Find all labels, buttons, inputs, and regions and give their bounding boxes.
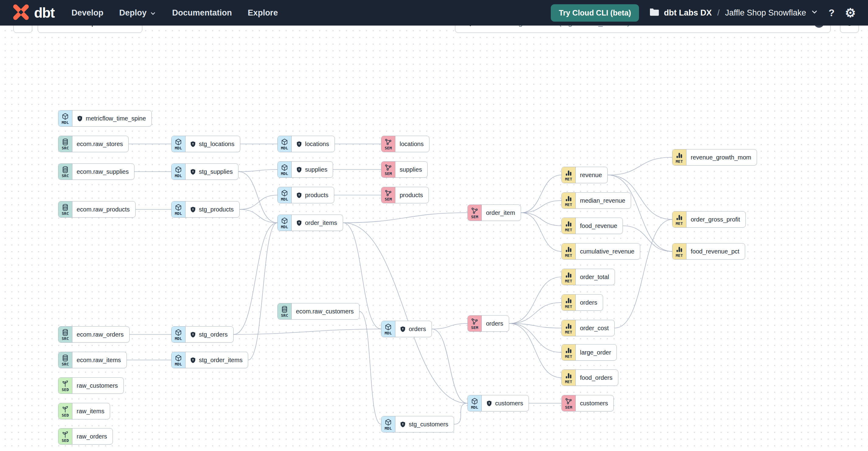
brand-name: dbt [34,5,55,21]
node-met_food_orders[interactable]: METfood_orders [561,369,618,386]
node-mdl_order_items[interactable]: MDLorder_items [277,214,343,231]
node-sed_raw_items[interactable]: SEDraw_items [58,403,110,419]
node-type-badge-semantic-graph-icon: SEM [381,136,395,152]
node-type-badge-bar-chart-icon: MET [562,218,576,234]
nav-item-explore[interactable]: Explore [248,8,278,18]
node-mdl_stg_order_items[interactable]: MDLstg_order_items [171,352,248,368]
node-type-badge-bar-chart-icon: MET [673,243,686,259]
node-mdl_orders[interactable]: MDLorders [381,321,432,337]
node-sem_customers[interactable]: SEMcustomers [561,395,614,412]
node-met_food_revenue[interactable]: METfood_revenue [561,218,623,234]
node-type-badge-seedling-icon: SED [58,378,72,393]
node-met_food_revenue_pct[interactable]: METfood_revenue_pct [672,243,745,260]
shield-lock-icon [76,115,83,122]
node-sed_raw_customers[interactable]: SEDraw_customers [58,378,124,394]
node-mdl_stg_products[interactable]: MDLstg_products [171,201,240,218]
help-icon[interactable]: ? [829,8,835,18]
settings-gear-icon[interactable]: ⚙ [845,7,856,19]
node-label: locations [292,136,335,152]
node-sem_orders[interactable]: SEMorders [467,315,509,332]
node-label: products [395,187,429,203]
nav-item-develop[interactable]: Develop [71,8,103,18]
node-src_ecom_raw_items[interactable]: SRCecom.raw_items [58,352,127,368]
node-label: supplies [292,161,333,177]
nav-item-deploy[interactable]: Deploy [119,8,156,18]
node-mdl_stg_supplies[interactable]: MDLstg_supplies [171,163,239,180]
node-label: ecom.raw_orders [72,327,129,342]
shield-lock-icon [190,357,196,363]
project-breadcrumb[interactable]: dbt Labs DX / Jaffle Shop Snowflake [649,7,818,19]
shield-lock-icon [486,400,492,407]
node-mdl_stg_orders[interactable]: MDLstg_orders [171,326,234,343]
node-sem_products[interactable]: SEMproducts [381,187,429,203]
node-label: supplies [395,161,427,177]
node-mdl_metricflow_time_spine[interactable]: MDLmetricflow_time_spine [58,110,152,127]
node-mdl_stg_locations[interactable]: MDLstg_locations [171,136,240,152]
node-met_order_cost[interactable]: METorder_cost [561,320,615,336]
node-met_large_order[interactable]: METlarge_order [561,344,617,361]
node-label: revenue [576,167,607,183]
node-label: food_revenue_pct [686,243,745,259]
node-type-badge-bar-chart-icon: MET [562,243,576,259]
node-label: revenue_growth_mom [686,149,757,165]
node-type-badge-cube-icon: MDL [381,321,395,337]
node-mdl_products[interactable]: MDLproducts [277,187,334,203]
lineage-edges [0,26,868,451]
node-type-badge-bar-chart-icon: MET [562,370,576,386]
breadcrumb-separator: / [716,8,721,18]
node-label: order_item [482,205,521,221]
shield-lock-icon [296,192,302,199]
node-sem_supplies[interactable]: SEMsupplies [381,161,428,178]
node-label: raw_items [72,403,110,419]
node-type-badge-cube-icon: MDL [172,352,186,368]
node-type-badge-bar-chart-icon: MET [673,211,686,227]
shield-lock-icon [190,206,196,213]
node-mdl_customers[interactable]: MDLcustomers [467,395,529,412]
shield-lock-icon [296,220,302,226]
node-sed_raw_orders[interactable]: SEDraw_orders [58,428,113,445]
node-label: cumulative_revenue [576,243,640,259]
node-mdl_stg_customers[interactable]: MDLstg_customers [381,416,454,432]
node-met_median_revenue[interactable]: METmedian_revenue [561,192,631,209]
node-label: ecom.raw_items [72,352,126,368]
node-met_revenue_growth_mom[interactable]: METrevenue_growth_mom [672,149,757,166]
node-met_revenue[interactable]: METrevenue [561,167,608,183]
dbt-logo-mark-icon [12,3,30,22]
node-sem_order_item[interactable]: SEMorder_item [467,205,521,221]
node-src_ecom_raw_supplies[interactable]: SRCecom.raw_supplies [58,163,134,180]
node-type-badge-bar-chart-icon: MET [673,149,686,165]
node-sem_locations[interactable]: SEMlocations [381,136,429,152]
node-src_ecom_raw_orders[interactable]: SRCecom.raw_orders [58,326,130,343]
node-label: customers [576,395,614,411]
shield-lock-icon [400,421,406,427]
node-met_cumulative_revenue[interactable]: METcumulative_revenue [561,243,640,260]
nav-item-documentation[interactable]: Documentation [172,8,232,18]
node-type-badge-cube-icon: MDL [172,202,186,217]
node-src_ecom_raw_stores[interactable]: SRCecom.raw_stores [58,136,129,152]
node-type-badge-cube-icon: MDL [278,136,292,152]
node-label: stg_products [186,202,239,217]
dbt-logo[interactable]: dbt [12,3,55,22]
node-mdl_supplies[interactable]: MDLsupplies [277,161,333,178]
node-type-badge-database-icon: SRC [58,136,72,152]
node-src_ecom_raw_customers[interactable]: SRCecom.raw_customers [277,303,360,320]
node-label: food_orders [576,370,618,386]
node-label: products [292,187,334,203]
lineage-canvas[interactable]: MDLmetricflow_time_spineSRCecom.raw_stor… [0,26,868,451]
node-src_ecom_raw_products[interactable]: SRCecom.raw_products [58,201,136,218]
node-met_order_total[interactable]: METorder_total [561,269,615,285]
project-name: Jaffle Shop Snowflake [725,8,806,18]
node-type-badge-semantic-graph-icon: SEM [468,205,482,221]
node-type-badge-cube-icon: MDL [58,111,72,126]
node-label: customers [482,395,529,411]
node-type-badge-cube-icon: MDL [381,416,395,432]
try-cloud-cli-button[interactable]: Try Cloud CLI (beta) [551,4,639,22]
node-met_order_gross_profit[interactable]: METorder_gross_profit [672,211,746,228]
node-type-badge-bar-chart-icon: MET [562,269,576,285]
node-met_orders[interactable]: METorders [561,294,603,311]
folder-icon [649,7,660,19]
node-label: orders [482,315,509,331]
node-label: order_cost [576,320,614,336]
node-mdl_locations[interactable]: MDLlocations [277,136,335,152]
node-type-badge-semantic-graph-icon: SEM [562,395,576,411]
